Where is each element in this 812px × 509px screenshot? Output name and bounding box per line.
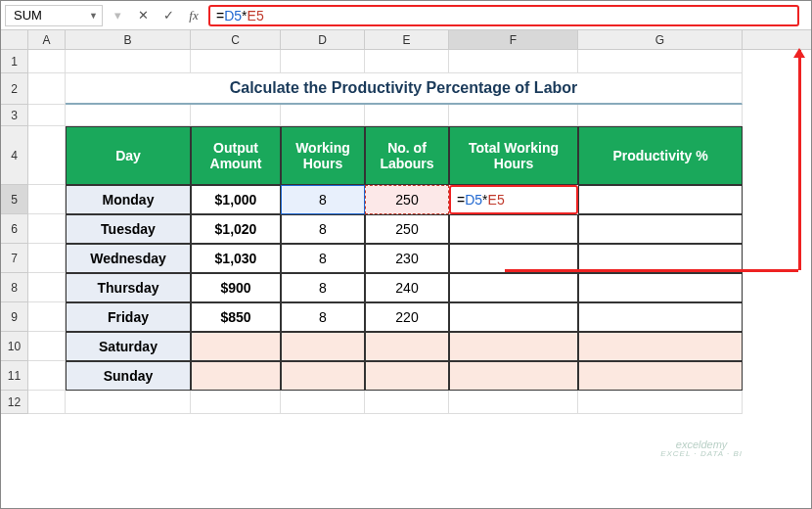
- header-output[interactable]: Output Amount: [191, 126, 281, 185]
- cell[interactable]: [578, 332, 743, 361]
- cell[interactable]: [449, 214, 578, 244]
- cell-day[interactable]: Friday: [66, 302, 191, 332]
- cell[interactable]: [365, 105, 449, 126]
- row-header-12[interactable]: 12: [1, 391, 28, 414]
- cell-hours[interactable]: [281, 361, 365, 391]
- col-header-c[interactable]: C: [191, 30, 281, 49]
- cell[interactable]: [66, 105, 191, 126]
- cell-output[interactable]: [191, 361, 281, 391]
- cell[interactable]: [66, 50, 191, 73]
- cell[interactable]: [28, 244, 66, 273]
- cell[interactable]: [28, 361, 66, 391]
- cell[interactable]: [28, 273, 66, 302]
- formula-input[interactable]: =D5*E5: [208, 5, 799, 26]
- cell[interactable]: [449, 273, 578, 302]
- cell[interactable]: [28, 126, 66, 185]
- cell-labours[interactable]: [365, 361, 449, 391]
- cell-output[interactable]: $1,000: [191, 185, 281, 214]
- enter-icon[interactable]: ✓: [158, 5, 179, 26]
- cell[interactable]: [28, 332, 66, 361]
- row-header-5[interactable]: 5: [1, 185, 28, 214]
- row-header-1[interactable]: 1: [1, 50, 28, 73]
- col-header-g[interactable]: G: [578, 30, 743, 49]
- cell-hours[interactable]: 8: [281, 302, 365, 332]
- cell-hours[interactable]: [281, 332, 365, 361]
- name-box[interactable]: SUM ▼: [5, 5, 103, 26]
- cell[interactable]: [28, 302, 66, 332]
- cell-day[interactable]: Thursday: [66, 273, 191, 302]
- cell[interactable]: [28, 105, 66, 126]
- cell-labours[interactable]: 240: [365, 273, 449, 302]
- cell[interactable]: [281, 105, 365, 126]
- cell[interactable]: [191, 391, 281, 414]
- cell[interactable]: [449, 391, 578, 414]
- cell-output[interactable]: [191, 332, 281, 361]
- cell[interactable]: [28, 214, 66, 244]
- cell-hours[interactable]: 8: [281, 214, 365, 244]
- header-hours[interactable]: Working Hours: [281, 126, 365, 185]
- cell-e5-selected[interactable]: 250: [365, 185, 449, 214]
- cell-labours[interactable]: [365, 332, 449, 361]
- cell[interactable]: [449, 50, 578, 73]
- dropdown-icon[interactable]: ▾: [107, 5, 128, 26]
- header-prod[interactable]: Productivity %: [578, 126, 743, 185]
- col-header-a[interactable]: A: [28, 30, 66, 49]
- cell[interactable]: [578, 273, 743, 302]
- cell[interactable]: [449, 361, 578, 391]
- row-header-8[interactable]: 8: [1, 273, 28, 302]
- row-header-10[interactable]: 10: [1, 332, 28, 361]
- cell[interactable]: [449, 302, 578, 332]
- cell-labours[interactable]: 250: [365, 214, 449, 244]
- row-header-6[interactable]: 6: [1, 214, 28, 244]
- cell-d5-selected[interactable]: 8: [281, 185, 365, 214]
- cell[interactable]: [578, 302, 743, 332]
- cell-day[interactable]: Wednesday: [66, 244, 191, 273]
- cell[interactable]: [449, 105, 578, 126]
- title-cell[interactable]: Calculate the Productivity Percentage of…: [66, 73, 743, 105]
- row-header-11[interactable]: 11: [1, 361, 28, 391]
- cell-output[interactable]: $1,030: [191, 244, 281, 273]
- cell-output[interactable]: $850: [191, 302, 281, 332]
- cell-output[interactable]: $1,020: [191, 214, 281, 244]
- cell-day[interactable]: Tuesday: [66, 214, 191, 244]
- cell[interactable]: [578, 214, 743, 244]
- cell[interactable]: [365, 50, 449, 73]
- row-header-4[interactable]: 4: [1, 126, 28, 185]
- cell[interactable]: [578, 105, 743, 126]
- header-total[interactable]: Total Working Hours: [449, 126, 578, 185]
- col-header-e[interactable]: E: [365, 30, 449, 49]
- col-header-f[interactable]: F: [449, 30, 578, 49]
- row-header-9[interactable]: 9: [1, 302, 28, 332]
- select-all-corner[interactable]: [1, 30, 28, 49]
- cell-labours[interactable]: 230: [365, 244, 449, 273]
- cell[interactable]: [365, 391, 449, 414]
- fx-icon[interactable]: fx: [183, 5, 204, 26]
- cell[interactable]: [28, 73, 66, 105]
- cell-hours[interactable]: 8: [281, 244, 365, 273]
- cell[interactable]: [449, 332, 578, 361]
- cell-day[interactable]: Monday: [66, 185, 191, 214]
- cell-hours[interactable]: 8: [281, 273, 365, 302]
- col-header-d[interactable]: D: [281, 30, 365, 49]
- col-header-b[interactable]: B: [66, 30, 191, 49]
- row-header-2[interactable]: 2: [1, 73, 28, 105]
- cell[interactable]: [281, 50, 365, 73]
- cell-output[interactable]: $900: [191, 273, 281, 302]
- cell[interactable]: [281, 391, 365, 414]
- cell[interactable]: [578, 361, 743, 391]
- cell[interactable]: [191, 105, 281, 126]
- chevron-down-icon[interactable]: ▼: [89, 11, 98, 21]
- row-header-7[interactable]: 7: [1, 244, 28, 273]
- cell-f5-active[interactable]: =D5*E5: [449, 185, 578, 214]
- cell[interactable]: [578, 50, 743, 73]
- cancel-icon[interactable]: ✕: [132, 5, 154, 26]
- cell[interactable]: [28, 185, 66, 214]
- cell-day[interactable]: Sunday: [66, 361, 191, 391]
- cell[interactable]: [66, 391, 191, 414]
- cell-day[interactable]: Saturday: [66, 332, 191, 361]
- cell[interactable]: [28, 391, 66, 414]
- header-labours[interactable]: No. of Labours: [365, 126, 449, 185]
- cell[interactable]: [191, 50, 281, 73]
- cell[interactable]: [578, 391, 743, 414]
- cell[interactable]: [28, 50, 66, 73]
